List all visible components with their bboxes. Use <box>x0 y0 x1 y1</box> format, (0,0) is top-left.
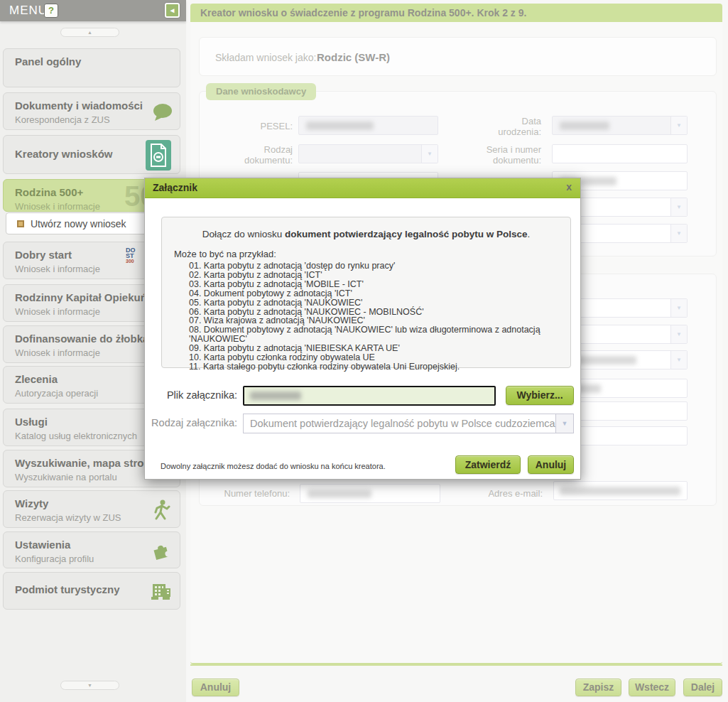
chevron-down-icon[interactable]: ▼ <box>670 299 687 317</box>
close-icon[interactable]: x <box>566 181 572 193</box>
applicant-role-label: Składam wniosek jako: <box>215 52 316 63</box>
examples-list: 01. Karta pobytu z adnotacją 'dostęp do … <box>189 261 570 372</box>
phone-label: Numer telefonu: <box>222 488 290 499</box>
footer-divider <box>190 664 722 666</box>
sidebar-item-title: Dokumenty i wiadomości <box>15 99 170 112</box>
chevron-down-icon[interactable]: ▼ <box>670 325 687 343</box>
doc-series-input[interactable] <box>552 144 688 163</box>
building-icon <box>150 583 171 604</box>
pesel-label: PESEL: <box>236 121 293 131</box>
speech-bubble-icon <box>153 103 173 124</box>
example-item: 03. Karta pobytu z adnotacją 'MOBILE - I… <box>189 280 570 289</box>
sidebar-scroll-down-button[interactable]: ▼ <box>60 681 119 690</box>
sidebar-collapse-icon[interactable]: ◄ <box>165 3 180 18</box>
modal-header: Załącznik x <box>145 178 580 198</box>
choose-file-button[interactable]: Wybierz... <box>506 386 574 405</box>
chevron-down-icon[interactable]: ▼ <box>670 225 687 242</box>
example-item: 05. Karta pobytu z adnotacją 'NAUKOWIEC' <box>189 298 570 308</box>
walking-person-icon <box>153 500 170 524</box>
attachment-type-select[interactable]: Dokument potwierdzający legalność pobytu… <box>243 414 574 433</box>
sidebar-item-panel-ogolny[interactable]: Panel ogólny <box>3 48 180 87</box>
email-label: Adres e-mail: <box>474 488 543 499</box>
doc-type-label: Rodzaj dokumentu: <box>229 144 293 166</box>
sidebar-item-title: Podmiot turystyczny <box>15 583 170 595</box>
applicant-role-value: Rodzic (SW-R) <box>317 51 390 63</box>
intro-bold: dokument potwierdzający legalność pobytu… <box>285 229 527 239</box>
sidebar-item-ustawienia[interactable]: Ustawienia Konfiguracja profilu <box>3 531 180 568</box>
cancel-button[interactable]: Anuluj <box>192 679 239 696</box>
sidebar-scroll-up-button[interactable]: ▲ <box>60 28 119 37</box>
chevron-down-icon[interactable]: ▼ <box>670 198 687 216</box>
confirm-button[interactable]: Zatwierdź <box>455 455 521 474</box>
sidebar-item-podmiot-turystyczny[interactable]: Podmiot turystyczny <box>3 572 180 610</box>
document-wizard-icon <box>146 140 171 173</box>
attachment-file-input[interactable] <box>243 386 496 406</box>
badge-line: 300 <box>126 259 136 264</box>
badge-line: ST <box>126 253 136 259</box>
example-item: 04. Dokument pobytowy z adnotacją 'ICT' <box>189 289 570 298</box>
sidebar-item-title: Panel ogólny <box>15 55 170 68</box>
intro-suffix: . <box>527 229 530 239</box>
doc-type-select[interactable]: ▼ <box>298 144 438 163</box>
attachment-note: Dowolny załącznik możesz dodać do wniosk… <box>161 462 386 470</box>
sidebar-item-kreatory[interactable]: Kreatory wniosków <box>3 135 180 174</box>
section-tab-applicant-data: Dane wnioskodawcy <box>206 83 316 100</box>
attachment-type-value: Dokument potwierdzający legalność pobytu… <box>250 418 555 429</box>
attachment-type-label: Rodzaj załącznika: <box>145 417 237 428</box>
example-item: 01. Karta pobytu z adnotacją 'dostęp do … <box>189 261 570 271</box>
applicant-panel: Składam wniosek jako: Rodzic (SW-R) <box>199 37 717 76</box>
chevron-down-icon[interactable]: ▼ <box>670 117 687 134</box>
sidebar-item-subtitle: Konfiguracja profilu <box>15 554 170 564</box>
birth-date-select[interactable]: ▼ <box>552 116 688 135</box>
sidebar-item-subtitle: Korespondencja z ZUS <box>15 114 170 125</box>
file-label: Plik załącznika: <box>145 389 237 401</box>
sidebar-item-title: Ustawienia <box>15 539 170 551</box>
modal-title: Załącznik <box>153 182 197 193</box>
back-button[interactable]: Wstecz <box>629 679 675 696</box>
chevron-down-icon: ▼ <box>87 683 92 688</box>
menu-bar: MENU ? ◄ <box>0 0 186 21</box>
example-item: 02. Karta pobytu z adnotacją 'ICT' <box>189 271 570 280</box>
help-icon[interactable]: ? <box>44 4 58 18</box>
chevron-down-icon: ▼ <box>555 414 573 433</box>
doc-series-label: Seria i numer dokumentu: <box>469 144 541 166</box>
pesel-input[interactable] <box>298 116 438 135</box>
example-item: 11. Karta stałego pobytu członka rodziny… <box>189 362 570 372</box>
intro-prefix: Dołącz do wniosku <box>202 229 285 239</box>
attachment-modal: Załącznik x Dołącz do wniosku dokument p… <box>144 178 581 480</box>
modal-cancel-button[interactable]: Anuluj <box>528 455 574 474</box>
next-button[interactable]: Dalej <box>683 679 722 696</box>
chevron-down-icon[interactable]: ▼ <box>421 145 438 163</box>
sidebar-item-title: Wizyty <box>15 497 170 509</box>
attachment-info-box: Dołącz do wniosku dokument potwierdzając… <box>161 217 571 368</box>
email-input[interactable] <box>553 481 688 500</box>
app-root: MENU ? ◄ ▲ Panel ogólny Dokumenty i wiad… <box>0 0 728 702</box>
attachment-intro: Dołącz do wniosku dokument potwierdzając… <box>162 229 570 239</box>
dobry-start-badge-icon: DO ST 300 <box>126 247 136 264</box>
puzzle-icon <box>151 541 170 563</box>
wizard-title-bar: Kreator wniosku o świadczenie z programu… <box>190 4 722 22</box>
sidebar-subitem-label: Utwórz nowy wniosek <box>31 218 126 230</box>
chevron-up-icon: ▲ <box>87 30 92 35</box>
phone-input[interactable] <box>300 484 440 503</box>
sidebar-item-subtitle: Rezerwacja wizyty w ZUS <box>15 512 170 523</box>
birth-date-label: Data urodzenia: <box>477 116 541 137</box>
example-item: 08. Dokument pobytowy z adnotacją 'NAUKO… <box>189 325 570 344</box>
sidebar-item-wizyty[interactable]: Wizyty Rezerwacja wizyty w ZUS <box>3 490 180 528</box>
bullet-square-icon <box>17 220 24 227</box>
save-button[interactable]: Zapisz <box>575 679 621 696</box>
examples-label: Może to być na przykład: <box>174 249 276 259</box>
sidebar-item-dokumenty[interactable]: Dokumenty i wiadomości Korespondencja z … <box>3 92 180 130</box>
menu-title: MENU <box>9 4 48 18</box>
chevron-down-icon[interactable]: ▼ <box>670 351 687 369</box>
